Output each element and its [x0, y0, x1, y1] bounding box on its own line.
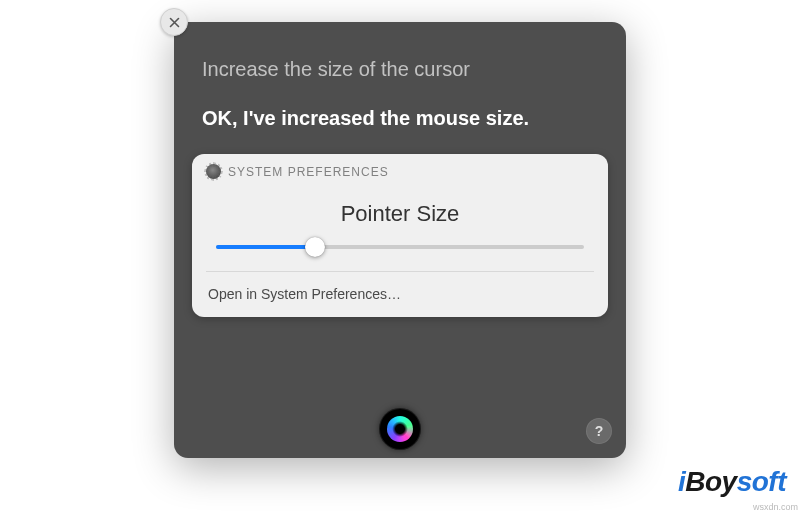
- siri-orb-button[interactable]: [379, 408, 421, 450]
- card-header: SYSTEM PREFERENCES: [192, 154, 608, 179]
- slider-track: [216, 245, 584, 249]
- slider-fill: [216, 245, 315, 249]
- question-mark-icon: ?: [595, 423, 604, 439]
- open-in-system-preferences-link[interactable]: Open in System Preferences…: [192, 272, 608, 317]
- siri-icon: [387, 416, 413, 442]
- pointer-size-slider[interactable]: [192, 245, 608, 271]
- card-app-label: SYSTEM PREFERENCES: [228, 165, 389, 179]
- help-button[interactable]: ?: [586, 418, 612, 444]
- attribution-text: wsxdn.com: [753, 502, 798, 512]
- pointer-size-title: Pointer Size: [192, 179, 608, 245]
- close-button[interactable]: [160, 8, 188, 36]
- slider-thumb[interactable]: [305, 237, 325, 257]
- watermark-logo: iBoysoft: [678, 466, 786, 498]
- system-preferences-icon: [206, 164, 221, 179]
- siri-response-text: OK, I've increased the mouse size.: [174, 81, 626, 130]
- siri-query-text: Increase the size of the cursor: [174, 22, 626, 81]
- siri-panel: Increase the size of the cursor OK, I've…: [174, 22, 626, 458]
- close-icon: [169, 17, 180, 28]
- siri-result-card: SYSTEM PREFERENCES Pointer Size Open in …: [192, 154, 608, 317]
